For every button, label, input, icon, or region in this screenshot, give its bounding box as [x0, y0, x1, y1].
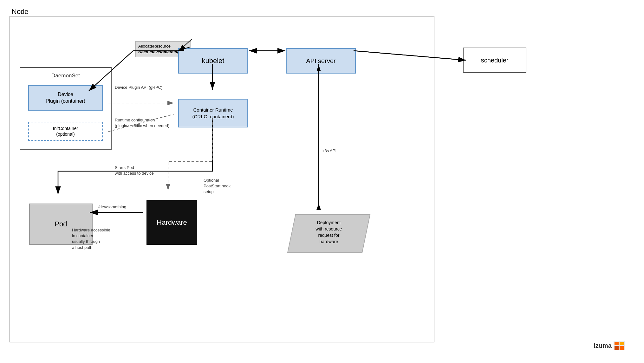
container-runtime-label: Container Runtime(CRI-O, containerd)	[192, 107, 234, 120]
pod-label: Pod	[55, 220, 67, 228]
scheduler-box: scheduler	[463, 48, 526, 73]
api-server-label: API server	[306, 57, 335, 65]
kubelet-label: kubelet	[202, 57, 224, 65]
svg-rect-22	[615, 342, 619, 345]
dev-something-label: /dev/something	[98, 204, 126, 210]
device-plugin-label: DevicePlugin (container)	[46, 91, 85, 105]
hardware-accessible-label: Hardware accessiblein containerusually t…	[72, 227, 110, 250]
izuma-text: izuma	[594, 342, 612, 349]
svg-rect-25	[620, 346, 624, 350]
scheduler-label: scheduler	[481, 57, 509, 64]
device-plugin-box: DevicePlugin (container)	[28, 85, 103, 111]
svg-text:request for: request for	[318, 233, 340, 238]
svg-text:with resource: with resource	[315, 226, 342, 231]
deployment-shape: Deployment with resource request for har…	[286, 213, 372, 254]
diagram-container: Node DaemonSet DevicePlugin (container) …	[6, 6, 628, 355]
izuma-icon	[614, 341, 625, 350]
init-container-box: InitContainer(optional)	[28, 122, 103, 141]
daemonset-label: DaemonSet	[51, 73, 80, 79]
container-runtime-box: Container Runtime(CRI-O, containerd)	[178, 99, 248, 127]
svg-rect-24	[615, 346, 619, 350]
optional-poststart-label: OptionalPostStart hooksetup	[204, 178, 231, 195]
svg-text:Deployment: Deployment	[317, 220, 341, 225]
izuma-logo: izuma	[594, 341, 625, 350]
node-box: Node DaemonSet DevicePlugin (container) …	[10, 16, 434, 342]
init-container-label: InitContainer(optional)	[53, 126, 78, 137]
api-server-box: API server	[286, 48, 356, 74]
device-plugin-api-label: Device Plugin API (gRPC)	[115, 85, 162, 90]
k8s-api-label: k8s API	[322, 148, 336, 154]
kubelet-box: kubelet	[178, 48, 248, 74]
node-label: Node	[12, 8, 29, 16]
svg-text:hardware: hardware	[320, 239, 338, 244]
starts-pod-label: Starts Podwith access to device	[115, 165, 154, 176]
svg-rect-23	[620, 342, 624, 345]
allocate-resource-line2: Need /dev/something	[138, 49, 180, 55]
hardware-box: Hardware	[146, 200, 197, 245]
daemonset-box: DaemonSet DevicePlugin (container) InitC…	[20, 67, 112, 150]
hardware-label: Hardware	[157, 218, 187, 227]
runtime-config-label: Runtime configuration(plugin specific wh…	[115, 117, 169, 129]
allocate-resource-line1: AllocateResource	[138, 43, 171, 49]
